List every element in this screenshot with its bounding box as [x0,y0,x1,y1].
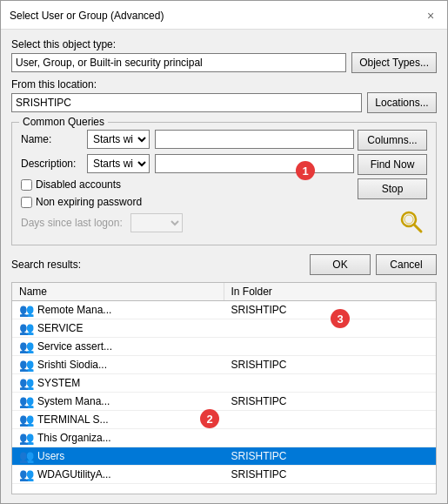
ok-cancel-row: OK Cancel [310,254,437,275]
result-name-text: TERMINAL S... [37,413,109,426]
result-folder-cell [224,381,437,385]
result-name-cell: 👥SYSTEM [12,374,224,392]
user-group-icon: 👥 [19,358,34,372]
result-name-cell: 👥Srishti Siodia... [12,356,224,373]
table-row[interactable]: 👥System Mana...SRISHTIPC [12,393,436,411]
query-grid: Name: Starts with Is exactly Description… [21,130,427,238]
table-row[interactable]: 👥Srishti Siodia...SRISHTIPC [12,356,436,374]
object-type-field[interactable] [11,53,346,72]
result-name-text: SERVICE [37,322,83,334]
common-queries-group: Common Queries Name: Starts with Is exac… [11,122,437,245]
result-name-text: SYSTEM [37,377,80,389]
col-header-name: Name [12,283,224,300]
table-row[interactable]: 👥This Organiza... [12,429,436,447]
result-name-cell: 👥System Mana... [12,393,224,410]
result-folder-cell: SRISHTIPC [224,357,437,373]
find-now-button[interactable]: Find Now [358,154,427,175]
results-body: 👥Remote Mana...SRISHTIPC👥SERVICE👥Service… [12,301,436,484]
name-row: Name: Starts with Is exactly [21,130,354,149]
object-type-row: Object Types... [11,52,437,73]
location-field[interactable] [11,93,362,112]
table-row[interactable]: 👥Service assert... [12,338,436,356]
result-name-text: Users [37,450,64,462]
result-folder-cell [224,345,437,348]
search-icon-area [396,203,427,238]
table-row[interactable]: 👥Remote Mana...SRISHTIPC [12,301,436,319]
table-row[interactable]: 👥WDAGUtilityA...SRISHTIPC [12,466,436,484]
query-right: Columns... Find Now Stop [358,130,427,238]
result-name-cell: 👥WDAGUtilityA... [12,466,224,483]
user-group-icon: 👥 [19,376,34,390]
results-table[interactable]: Name In Folder 👥Remote Mana...SRISHTIPC👥… [11,282,437,494]
object-types-button[interactable]: Object Types... [351,52,437,73]
days-select[interactable] [130,213,183,232]
close-button[interactable]: × [423,8,438,24]
col-header-folder: In Folder [224,283,437,300]
description-row: Description: Starts with Is exactly [21,154,354,173]
name-starts-with-select[interactable]: Starts with Is exactly [87,130,150,149]
description-starts-with-select[interactable]: Starts with Is exactly [87,154,150,173]
query-left: Name: Starts with Is exactly Description… [21,130,354,238]
non-expiring-password-row: Non expiring password [21,196,354,208]
select-user-dialog: Select User or Group (Advanced) × Select… [0,0,448,504]
table-row[interactable]: 👥TERMINAL S... [12,411,436,429]
days-row: Days since last logon: [21,213,354,232]
result-name-text: This Organiza... [37,432,111,444]
user-group-icon: 👥 [19,431,34,445]
cancel-button[interactable]: Cancel [376,254,437,275]
location-row: Locations... [11,92,437,113]
non-expiring-label[interactable]: Non expiring password [36,196,142,208]
svg-line-1 [414,225,421,232]
non-expiring-checkbox[interactable] [21,197,32,208]
description-input[interactable] [155,154,354,173]
name-label: Name: [21,133,82,145]
table-row[interactable]: 👥SYSTEM [12,374,436,393]
search-icon [396,206,427,238]
search-results-header-row: Search results: OK Cancel [11,251,437,277]
result-folder-cell [224,326,437,330]
result-folder-cell: SRISHTIPC [224,302,437,318]
result-name-cell: 👥This Organiza... [12,429,224,447]
results-table-header: Name In Folder [12,283,436,301]
result-name-text: System Mana... [37,395,110,407]
locations-button[interactable]: Locations... [367,92,437,113]
common-queries-title: Common Queries [19,116,108,128]
user-group-icon: 👥 [19,394,34,408]
dialog-title: Select User or Group (Advanced) [10,10,164,22]
result-folder-cell [224,418,437,421]
disabled-accounts-checkbox[interactable] [21,179,32,191]
result-name-cell: 👥Users [12,447,224,465]
title-bar: Select User or Group (Advanced) × [1,1,447,30]
result-folder-cell: SRISHTIPC [224,448,437,464]
user-group-icon: 👥 [19,303,34,317]
disabled-accounts-row: Disabled accounts [21,178,354,191]
result-name-text: Remote Mana... [37,304,111,316]
user-group-icon: 👥 [19,413,34,427]
stop-button[interactable]: Stop [358,178,427,199]
user-group-icon: 👥 [19,467,34,481]
result-folder-cell: SRISHTIPC [224,393,437,409]
user-group-icon: 👥 [19,339,34,353]
columns-button[interactable]: Columns... [358,130,427,151]
result-name-text: Srishti Siodia... [37,359,107,371]
user-group-icon: 👥 [19,449,34,463]
user-group-icon: 👥 [19,321,34,335]
result-name-cell: 👥SERVICE [12,319,224,337]
result-name-cell: 👥Remote Mana... [12,301,224,319]
table-row[interactable]: 👥SERVICE [12,319,436,338]
description-label: Description: [21,158,82,170]
table-row[interactable]: 👥UsersSRISHTIPC [12,447,436,466]
dialog-body: Select this object type: Object Types...… [1,30,447,503]
days-label: Days since last logon: [21,217,125,229]
result-name-cell: 👥Service assert... [12,338,224,355]
disabled-accounts-label[interactable]: Disabled accounts [36,178,121,191]
location-section: From this location: Locations... [11,78,437,113]
svg-point-2 [405,215,413,224]
search-results-label: Search results: [11,259,81,271]
result-name-text: WDAGUtilityA... [37,468,111,480]
object-type-section: Select this object type: Object Types... [11,38,437,73]
result-folder-cell: SRISHTIPC [224,467,437,482]
result-name-cell: 👥TERMINAL S... [12,411,224,428]
ok-button[interactable]: OK [310,254,371,275]
name-input[interactable] [155,130,354,149]
